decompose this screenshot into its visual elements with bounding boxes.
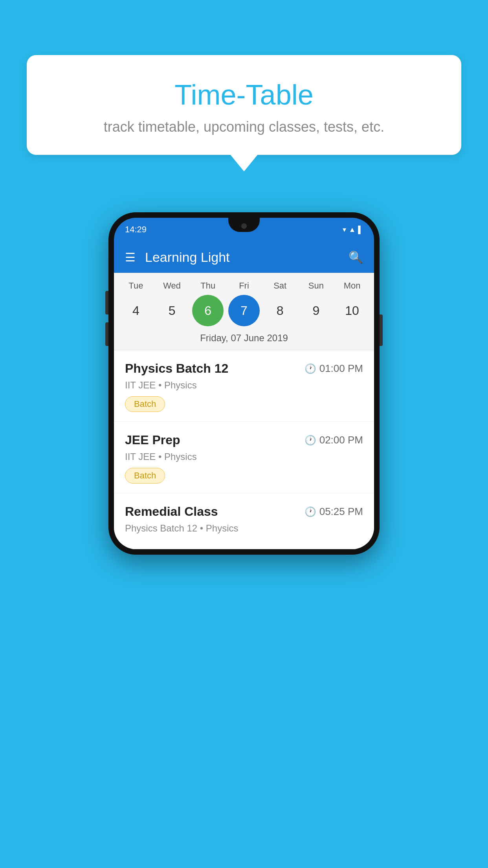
day-header-sat: Sat [264, 281, 296, 291]
schedule-subtitle-0: IIT JEE • Physics [125, 380, 363, 391]
notch [228, 218, 260, 232]
schedule-time-1: 🕐02:00 PM [305, 434, 363, 446]
day-header-mon: Mon [336, 281, 368, 291]
hamburger-icon[interactable]: ☰ [125, 250, 136, 264]
battery-icon: ▌ [358, 226, 363, 234]
schedule-item-1[interactable]: JEE Prep🕐02:00 PMIIT JEE • PhysicsBatch [114, 422, 374, 493]
bubble-title: Time-Table [42, 79, 446, 111]
day-header-wed: Wed [156, 281, 188, 291]
schedule-subtitle-1: IIT JEE • Physics [125, 451, 363, 462]
day-headers: TueWedThuFriSatSunMon [114, 281, 374, 291]
day-number-8[interactable]: 8 [264, 295, 296, 326]
clock-icon: 🕐 [305, 506, 316, 517]
schedule-title-0: Physics Batch 12 [125, 361, 228, 376]
batch-badge-0: Batch [125, 396, 165, 412]
schedule-item-0[interactable]: Physics Batch 12🕐01:00 PMIIT JEE • Physi… [114, 350, 374, 422]
phone-screen: TueWedThuFriSatSunMon 45678910 Friday, 0… [114, 273, 374, 549]
signal-icon: ▲ [349, 226, 356, 234]
schedule-item-header-2: Remedial Class🕐05:25 PM [125, 504, 363, 519]
day-number-7[interactable]: 7 [228, 295, 260, 326]
clock-icon: 🕐 [305, 363, 316, 374]
phone-mockup: 14:29 ▾ ▲ ▌ ☰ Learning Light 🔍 TueWedThu… [108, 212, 380, 555]
schedule-item-header-1: JEE Prep🕐02:00 PM [125, 433, 363, 447]
day-header-thu: Thu [192, 281, 224, 291]
selected-date-label: Friday, 07 June 2019 [114, 333, 374, 350]
volume-button-2 [105, 322, 108, 346]
schedule-time-2: 🕐05:25 PM [305, 506, 363, 518]
bubble-subtitle: track timetable, upcoming classes, tests… [42, 119, 446, 135]
speech-bubble-container: Time-Table track timetable, upcoming cla… [27, 55, 461, 155]
schedule-title-2: Remedial Class [125, 504, 218, 519]
calendar-strip: TueWedThuFriSatSunMon 45678910 Friday, 0… [114, 273, 374, 350]
day-header-fri: Fri [228, 281, 260, 291]
schedule-time-0: 🕐01:00 PM [305, 362, 363, 375]
app-title: Learning Light [145, 250, 339, 265]
day-header-sun: Sun [300, 281, 332, 291]
clock-icon: 🕐 [305, 435, 316, 446]
schedule-item-header-0: Physics Batch 12🕐01:00 PM [125, 361, 363, 376]
schedule-item-2[interactable]: Remedial Class🕐05:25 PMPhysics Batch 12 … [114, 493, 374, 549]
search-icon[interactable]: 🔍 [349, 250, 363, 264]
day-number-9[interactable]: 9 [300, 295, 332, 326]
day-numbers: 45678910 [114, 291, 374, 333]
speech-bubble: Time-Table track timetable, upcoming cla… [27, 55, 461, 155]
camera [241, 223, 247, 229]
phone-container: 14:29 ▾ ▲ ▌ ☰ Learning Light 🔍 TueWedThu… [108, 212, 380, 555]
app-bar: ☰ Learning Light 🔍 [114, 241, 374, 273]
schedule-title-1: JEE Prep [125, 433, 180, 447]
status-icons: ▾ ▲ ▌ [343, 225, 363, 234]
volume-button-1 [105, 291, 108, 314]
day-number-6[interactable]: 6 [192, 295, 224, 326]
power-button [380, 314, 383, 346]
wifi-icon: ▾ [343, 225, 346, 234]
schedule-subtitle-2: Physics Batch 12 • Physics [125, 523, 363, 534]
status-time: 14:29 [125, 224, 147, 235]
day-header-tue: Tue [120, 281, 152, 291]
batch-badge-1: Batch [125, 468, 165, 484]
schedule-list: Physics Batch 12🕐01:00 PMIIT JEE • Physi… [114, 350, 374, 549]
day-number-10[interactable]: 10 [336, 295, 368, 326]
status-bar: 14:29 ▾ ▲ ▌ [114, 218, 374, 241]
day-number-4[interactable]: 4 [120, 295, 152, 326]
day-number-5[interactable]: 5 [156, 295, 188, 326]
